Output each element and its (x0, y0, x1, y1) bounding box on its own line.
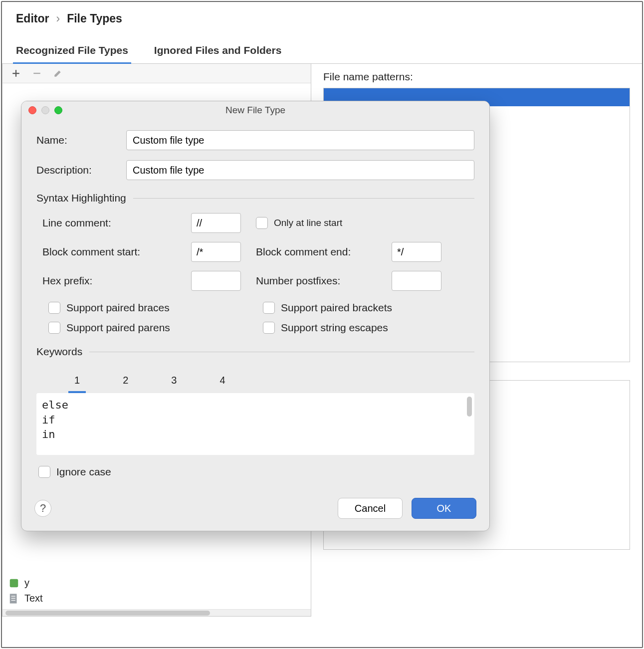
edit-icon[interactable] (52, 68, 63, 79)
only-at-line-start-label: Only at line start (274, 217, 342, 228)
support-braces-checkbox[interactable] (48, 302, 60, 314)
svg-rect-1 (10, 579, 18, 587)
list-item[interactable]: Text (7, 591, 306, 606)
ignore-case-checkbox[interactable] (38, 466, 50, 478)
support-parens-label: Support paired parens (66, 322, 170, 334)
dialog-title: New File Type (21, 105, 489, 116)
hex-prefix-label: Hex prefix: (42, 275, 191, 287)
keywords-list[interactable]: else if in (36, 393, 474, 455)
vertical-scrollbar[interactable] (467, 397, 472, 417)
ignore-case-label: Ignore case (56, 466, 111, 478)
keyword-tab-3[interactable]: 3 (165, 372, 183, 393)
dialog-titlebar: New File Type (21, 101, 489, 119)
keyword-tab-4[interactable]: 4 (214, 372, 231, 393)
svg-rect-4 (11, 598, 15, 598)
svg-rect-3 (11, 596, 15, 596)
types-toolbar (2, 64, 311, 83)
support-escapes-label: Support string escapes (281, 322, 388, 334)
keywords-section-header: Keywords (36, 346, 474, 358)
horizontal-scrollbar[interactable] (2, 609, 311, 616)
ok-button[interactable]: OK (412, 498, 476, 519)
block-comment-start-label: Block comment start: (42, 246, 191, 258)
number-postfixes-field[interactable] (392, 271, 441, 291)
remove-icon[interactable] (31, 68, 42, 79)
breadcrumb-current: File Types (67, 12, 122, 25)
types-list-visible: y Text (2, 572, 311, 609)
list-item-label: y (24, 577, 29, 589)
text-file-icon (8, 593, 19, 604)
name-field[interactable] (126, 130, 474, 150)
line-comment-label: Line comment: (42, 217, 191, 229)
support-escapes-checkbox[interactable] (263, 322, 275, 334)
keyword-tab-2[interactable]: 2 (117, 372, 134, 393)
tab-ignored-files-folders[interactable]: Ignored Files and Folders (151, 40, 285, 63)
file-icon (8, 578, 19, 589)
name-label: Name: (36, 134, 126, 146)
help-button[interactable]: ? (34, 500, 51, 517)
hex-prefix-field[interactable] (191, 271, 241, 291)
list-item[interactable]: y (7, 575, 306, 591)
breadcrumb: Editor › File Types (2, 2, 642, 30)
keywords-text: else if in (42, 398, 469, 442)
description-field[interactable] (126, 160, 474, 180)
description-label: Description: (36, 164, 126, 176)
only-at-line-start-checkbox[interactable] (256, 217, 268, 229)
breadcrumb-parent[interactable]: Editor (16, 12, 49, 25)
support-braces-label: Support paired braces (66, 302, 170, 314)
block-comment-end-field[interactable] (392, 242, 441, 262)
number-postfixes-label: Number postfixes: (256, 275, 386, 287)
block-comment-end-label: Block comment end: (256, 246, 386, 258)
support-brackets-checkbox[interactable] (263, 302, 275, 314)
list-item-label: Text (24, 593, 43, 604)
new-file-type-dialog: New File Type Name: Description: Syntax … (21, 101, 490, 531)
svg-rect-5 (11, 600, 15, 600)
support-brackets-label: Support paired brackets (281, 302, 392, 314)
filetype-tabs: Recognized File Types Ignored Files and … (2, 30, 642, 64)
support-parens-checkbox[interactable] (48, 322, 60, 334)
block-comment-start-field[interactable] (191, 242, 241, 262)
syntax-section-header: Syntax Highlighting (36, 192, 474, 204)
tab-recognized-file-types[interactable]: Recognized File Types (13, 40, 131, 64)
keyword-tab-1[interactable]: 1 (68, 372, 86, 393)
cancel-button[interactable]: Cancel (338, 498, 403, 519)
patterns-label: File name patterns: (323, 71, 630, 83)
line-comment-field[interactable] (191, 213, 241, 233)
svg-rect-0 (33, 73, 40, 74)
breadcrumb-separator: › (56, 12, 60, 25)
add-icon[interactable] (10, 68, 21, 79)
keyword-tabs: 1 2 3 4 (36, 367, 474, 393)
